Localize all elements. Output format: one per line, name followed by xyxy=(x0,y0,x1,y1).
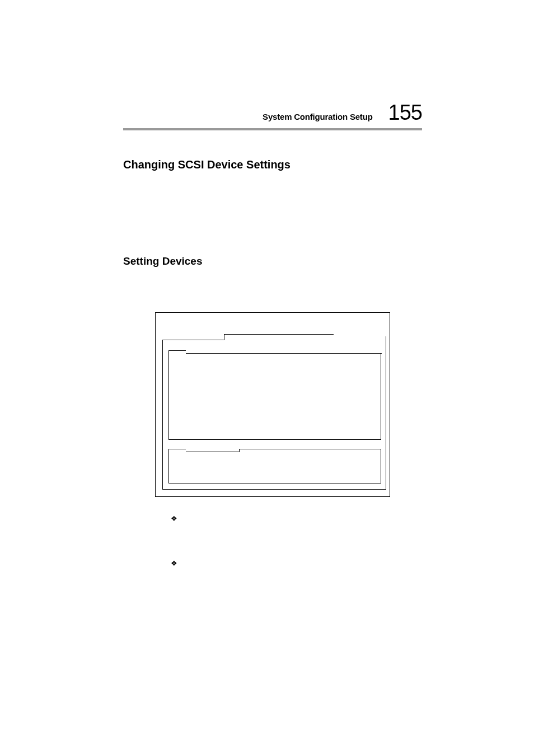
heading-changing-scsi: Changing SCSI Device Settings xyxy=(123,158,422,171)
heading-setting-devices: Setting Devices xyxy=(123,255,422,267)
list-item: ❖ xyxy=(171,558,422,570)
diamond-bullet-icon: ❖ xyxy=(171,515,177,522)
diagram-outer-box xyxy=(155,312,390,497)
header-row: System Configuration Setup 155 xyxy=(123,101,422,125)
section-label: System Configuration Setup xyxy=(263,112,372,121)
diagram-inner-box-top xyxy=(168,350,381,440)
page-header: System Configuration Setup 155 xyxy=(123,101,422,130)
document-page: System Configuration Setup 155 Changing … xyxy=(0,0,534,648)
diagram-middle-box xyxy=(162,334,386,490)
bullet-list: ❖ ❖ xyxy=(171,514,422,570)
header-rule xyxy=(123,128,422,130)
diagram-inner-box-bottom xyxy=(168,449,381,483)
diagram-container xyxy=(123,312,422,497)
diamond-bullet-icon: ❖ xyxy=(171,560,177,567)
list-item: ❖ xyxy=(171,514,422,525)
page-number: 155 xyxy=(388,101,422,125)
